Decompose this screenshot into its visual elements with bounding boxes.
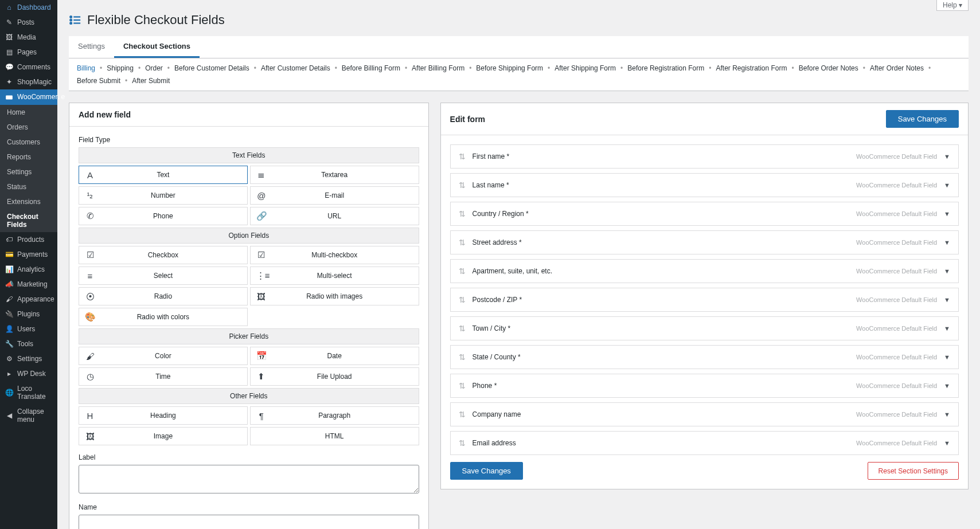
- sidebar-item[interactable]: 🏷Products: [0, 232, 57, 247]
- field-type-option[interactable]: ≡Select: [79, 267, 248, 285]
- field-type-option[interactable]: ¹₂Number: [79, 186, 248, 205]
- section-subtab[interactable]: After Submit: [132, 77, 170, 85]
- main-tab[interactable]: Settings: [69, 36, 114, 58]
- sidebar-item[interactable]: 📊Analytics: [0, 262, 57, 277]
- drag-handle-icon[interactable]: ⇅: [459, 324, 466, 333]
- sidebar-item[interactable]: ▸WP Desk: [0, 366, 57, 381]
- chevron-down-icon[interactable]: ▼: [944, 382, 950, 389]
- section-subtab[interactable]: Before Registration Form: [627, 64, 704, 72]
- chevron-down-icon[interactable]: ▼: [944, 440, 950, 446]
- main-tab[interactable]: Checkout Sections: [114, 36, 200, 58]
- chevron-down-icon[interactable]: ▼: [944, 210, 950, 217]
- field-type-option[interactable]: ⬆File Upload: [250, 367, 419, 386]
- section-subtab[interactable]: Shipping: [107, 64, 134, 72]
- drag-handle-icon[interactable]: ⇅: [459, 381, 466, 390]
- drag-handle-icon[interactable]: ⇅: [459, 295, 466, 304]
- save-button-bottom[interactable]: Save Changes: [450, 462, 523, 480]
- checkout-field-row[interactable]: ⇅ Street address * WooCommerce Default F…: [450, 230, 959, 254]
- field-type-option[interactable]: ◷Time: [79, 367, 248, 386]
- sidebar-item[interactable]: 💬Comments: [0, 60, 57, 75]
- drag-handle-icon[interactable]: ⇅: [459, 238, 466, 247]
- drag-handle-icon[interactable]: ⇅: [459, 209, 466, 218]
- field-type-option[interactable]: 🖼Radio with images: [250, 287, 419, 305]
- save-button-top[interactable]: Save Changes: [886, 110, 959, 128]
- sidebar-item[interactable]: 🔌Plugins: [0, 307, 57, 322]
- drag-handle-icon[interactable]: ⇅: [459, 181, 466, 190]
- sidebar-item[interactable]: 🖌Appearance: [0, 292, 57, 307]
- drag-handle-icon[interactable]: ⇅: [459, 152, 466, 161]
- field-type-option[interactable]: 🖌Color: [79, 347, 248, 365]
- sidebar-subitem[interactable]: Home: [0, 105, 57, 120]
- checkout-field-row[interactable]: ⇅ State / County * WooCommerce Default F…: [450, 345, 959, 369]
- drag-handle-icon[interactable]: ⇅: [459, 438, 466, 448]
- drag-handle-icon[interactable]: ⇅: [459, 267, 466, 276]
- field-type-option[interactable]: ✆Phone: [79, 207, 248, 225]
- section-subtab[interactable]: After Billing Form: [412, 64, 464, 72]
- section-subtab[interactable]: After Registration Form: [716, 64, 787, 72]
- field-type-option[interactable]: 📅Date: [250, 347, 419, 365]
- checkout-field-row[interactable]: ⇅ Phone * WooCommerce Default Field ▼: [450, 374, 959, 398]
- sidebar-subitem[interactable]: Checkout Fields: [0, 209, 57, 232]
- checkout-field-row[interactable]: ⇅ Country / Region * WooCommerce Default…: [450, 202, 959, 226]
- sidebar-subitem[interactable]: Status: [0, 179, 57, 194]
- sidebar-item[interactable]: ◀Collapse menu: [0, 404, 57, 427]
- section-subtab[interactable]: Before Order Notes: [799, 64, 858, 72]
- sidebar-item[interactable]: 🔧Tools: [0, 336, 57, 351]
- name-input[interactable]: [79, 515, 419, 529]
- chevron-down-icon[interactable]: ▼: [944, 411, 950, 418]
- sidebar-item[interactable]: 👤Users: [0, 322, 57, 336]
- field-type-option[interactable]: ☑Checkbox: [79, 246, 248, 264]
- chevron-down-icon[interactable]: ▼: [944, 182, 950, 189]
- sidebar-item[interactable]: ✎Posts: [0, 15, 57, 30]
- sidebar-item[interactable]: ▤Pages: [0, 45, 57, 60]
- checkout-field-row[interactable]: ⇅ Town / City * WooCommerce Default Fiel…: [450, 316, 959, 340]
- reset-section-button[interactable]: Reset Section Settings: [868, 462, 959, 480]
- checkout-field-row[interactable]: ⇅ Company name WooCommerce Default Field…: [450, 402, 959, 426]
- checkout-field-row[interactable]: ⇅ Last name * WooCommerce Default Field …: [450, 173, 959, 197]
- sidebar-item[interactable]: 🌐Loco Translate: [0, 381, 57, 404]
- chevron-down-icon[interactable]: ▼: [944, 239, 950, 246]
- drag-handle-icon[interactable]: ⇅: [459, 352, 466, 362]
- section-subtab[interactable]: Before Billing Form: [342, 64, 400, 72]
- field-type-option[interactable]: 🖼Image: [79, 427, 248, 445]
- chevron-down-icon[interactable]: ▼: [944, 296, 950, 303]
- field-type-option[interactable]: AText: [79, 166, 248, 184]
- sidebar-subitem[interactable]: Customers: [0, 135, 57, 150]
- sidebar-subitem[interactable]: Orders: [0, 120, 57, 135]
- section-subtab[interactable]: Before Customer Details: [174, 64, 249, 72]
- checkout-field-row[interactable]: ⇅ First name * WooCommerce Default Field…: [450, 144, 959, 169]
- sidebar-item[interactable]: 🖾Media: [0, 30, 57, 45]
- checkout-field-row[interactable]: ⇅ Email address WooCommerce Default Fiel…: [450, 431, 959, 455]
- chevron-down-icon[interactable]: ▼: [944, 268, 950, 275]
- sidebar-item[interactable]: 💳Payments: [0, 247, 57, 262]
- field-type-option[interactable]: HTML: [250, 427, 419, 445]
- sidebar-item[interactable]: 📣Marketing: [0, 277, 57, 292]
- section-subtab[interactable]: After Customer Details: [261, 64, 330, 72]
- field-type-option[interactable]: ≣Textarea: [250, 166, 419, 184]
- sidebar-item[interactable]: ✦ShopMagic: [0, 75, 57, 89]
- chevron-down-icon[interactable]: ▼: [944, 325, 950, 332]
- sidebar-item[interactable]: ⌂Dashboard: [0, 0, 57, 15]
- sidebar-subitem[interactable]: Reports: [0, 150, 57, 164]
- section-subtab[interactable]: Before Submit: [77, 77, 120, 85]
- label-input[interactable]: [79, 465, 419, 493]
- field-type-option[interactable]: 🔗URL: [250, 207, 419, 225]
- section-subtab[interactable]: After Order Notes: [870, 64, 924, 72]
- help-tab[interactable]: Help ▾: [936, 0, 969, 11]
- section-subtab[interactable]: Before Shipping Form: [476, 64, 543, 72]
- section-subtab[interactable]: Billing: [77, 64, 95, 72]
- chevron-down-icon[interactable]: ▼: [944, 354, 950, 360]
- checkout-field-row[interactable]: ⇅ Apartment, suite, unit, etc. WooCommer…: [450, 259, 959, 283]
- section-subtab[interactable]: Order: [145, 64, 163, 72]
- field-type-option[interactable]: ¶Paragraph: [250, 406, 419, 425]
- field-type-option[interactable]: HHeading: [79, 406, 248, 425]
- sidebar-subitem[interactable]: Extensions: [0, 194, 57, 209]
- sidebar-item[interactable]: ⚙Settings: [0, 351, 57, 366]
- field-type-option[interactable]: 🎨Radio with colors: [79, 308, 248, 326]
- field-type-option[interactable]: @E-mail: [250, 186, 419, 205]
- chevron-down-icon[interactable]: ▼: [944, 153, 950, 160]
- field-type-option[interactable]: ☑Multi-checkbox: [250, 246, 419, 264]
- sidebar-item-woocommerce[interactable]: WooCommerce: [0, 89, 57, 105]
- field-type-option[interactable]: ⋮≡Multi-select: [250, 267, 419, 285]
- checkout-field-row[interactable]: ⇅ Postcode / ZIP * WooCommerce Default F…: [450, 288, 959, 312]
